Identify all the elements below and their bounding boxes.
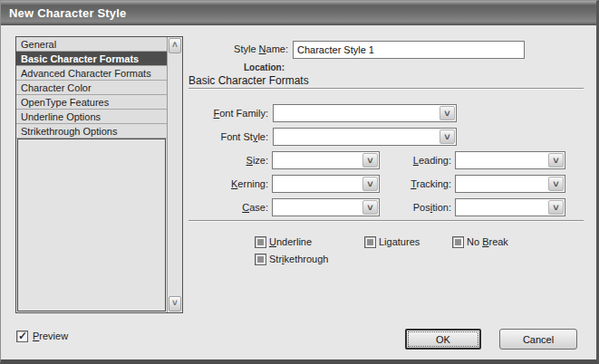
ok-button[interactable]: OK xyxy=(405,329,481,350)
preview-checkbox-label[interactable]: Preview xyxy=(33,330,68,342)
position-combo[interactable]: ˅ xyxy=(455,198,565,216)
font-family-combo[interactable]: ˅ xyxy=(273,104,457,122)
scroll-up-icon[interactable]: ˄ xyxy=(169,38,181,53)
ligatures-checkbox-label[interactable]: Ligatures xyxy=(379,236,420,248)
underline-checkbox[interactable] xyxy=(255,236,266,248)
window-title: New Character Style xyxy=(9,6,127,20)
options-divider xyxy=(188,220,584,222)
style-name-label: Style Name: xyxy=(182,43,288,55)
list-item-general[interactable]: General xyxy=(16,37,167,52)
case-label: Case: xyxy=(164,202,268,214)
font-style-combo[interactable]: ˅ xyxy=(273,128,457,146)
font-family-label: Font Family: xyxy=(164,108,268,120)
chevron-down-icon[interactable]: ˅ xyxy=(440,129,455,144)
chevron-down-icon[interactable]: ˅ xyxy=(548,200,564,215)
list-item-basic-character-formats[interactable]: Basic Character Formats xyxy=(16,52,167,66)
location-label: Location: xyxy=(191,62,285,73)
list-item-strikethrough-options[interactable]: Strikethrough Options xyxy=(16,124,167,139)
style-options-list: General Basic Character Formats Advanced… xyxy=(15,36,183,313)
list-item-advanced-character-formats[interactable]: Advanced Character Formats xyxy=(16,66,167,81)
kerning-label: Kerning: xyxy=(164,178,268,190)
list-item-character-color[interactable]: Character Color xyxy=(16,81,167,95)
style-name-input[interactable] xyxy=(293,41,525,59)
cancel-button[interactable]: Cancel xyxy=(499,329,577,350)
position-label: Position: xyxy=(347,202,451,214)
chevron-down-icon[interactable]: ˅ xyxy=(548,177,564,191)
list-empty-area xyxy=(17,139,166,311)
tracking-label: Tracking: xyxy=(347,178,451,190)
preview-checkbox[interactable] xyxy=(16,330,28,342)
window-titlebar: New Character Style xyxy=(1,1,596,25)
list-item-underline-options[interactable]: Underline Options xyxy=(16,110,167,124)
section-heading: Basic Character Formats xyxy=(188,74,309,87)
leading-label: Leading: xyxy=(347,155,451,167)
no-break-checkbox-label[interactable]: No Break xyxy=(467,236,508,248)
scroll-down-icon[interactable]: ˅ xyxy=(169,296,181,311)
ligatures-checkbox[interactable] xyxy=(364,236,376,248)
list-item-opentype-features[interactable]: OpenType Features xyxy=(16,95,167,110)
list-scrollbar[interactable]: ˄ ˅ xyxy=(167,37,182,312)
underline-checkbox-label[interactable]: Underline xyxy=(269,236,312,248)
no-break-checkbox[interactable] xyxy=(452,236,464,248)
font-style-label: Font Style: xyxy=(164,131,268,143)
strikethrough-checkbox-label[interactable]: Strikethrough xyxy=(269,254,328,265)
leading-combo[interactable]: ˅ xyxy=(455,151,565,169)
chevron-down-icon[interactable]: ˅ xyxy=(548,153,564,168)
chevron-down-icon[interactable]: ˅ xyxy=(440,106,455,120)
size-label: Size: xyxy=(164,155,268,167)
section-divider xyxy=(188,88,584,90)
style-options-rows: General Basic Character Formats Advanced… xyxy=(16,37,167,312)
new-character-style-dialog: New Character Style General Basic Charac… xyxy=(0,0,599,364)
strikethrough-checkbox[interactable] xyxy=(255,254,266,265)
tracking-combo[interactable]: ˅ xyxy=(455,175,565,193)
